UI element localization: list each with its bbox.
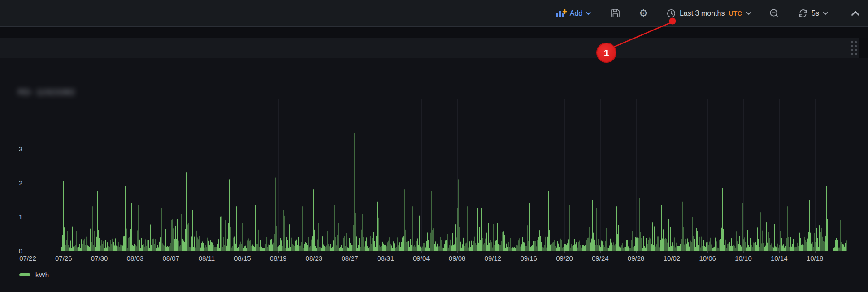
x-tick-mark — [529, 251, 529, 253]
time-range-picker[interactable]: Last 3 months UTC — [667, 9, 751, 18]
x-axis-tick-label: 08/07 — [162, 254, 179, 262]
x-axis-tick-label: 09/16 — [520, 254, 537, 262]
legend-item-kwh[interactable]: kWh — [19, 271, 49, 279]
x-gridline — [672, 99, 672, 251]
x-tick-mark — [779, 251, 780, 253]
x-tick-mark — [493, 251, 493, 253]
time-range-label: Last 3 months — [680, 9, 725, 17]
x-gridline — [564, 99, 565, 251]
x-axis-tick-label: 10/10 — [735, 254, 752, 262]
x-tick-mark — [636, 251, 637, 253]
x-tick-mark — [815, 251, 816, 253]
x-axis-tick-label: 08/03 — [127, 254, 144, 262]
x-axis-tick-label: 08/27 — [341, 254, 358, 262]
x-axis-tick-label: 07/22 — [19, 254, 36, 262]
x-tick-mark — [350, 251, 350, 253]
x-tick-mark — [743, 251, 744, 253]
save-dashboard-button[interactable] — [611, 9, 620, 18]
panel-drag-handle-icon[interactable] — [851, 41, 857, 55]
panel-header-row — [0, 38, 859, 58]
magnifier-minus-icon — [769, 9, 779, 18]
x-tick-mark — [28, 251, 28, 253]
x-gridline — [100, 99, 100, 251]
x-gridline — [779, 99, 780, 251]
collapse-toolbar-button[interactable] — [851, 10, 860, 16]
add-button-label: Add — [570, 9, 582, 17]
x-tick-mark — [64, 251, 64, 253]
x-tick-mark — [457, 251, 458, 253]
gear-icon: ⚙ — [639, 9, 648, 18]
x-tick-mark — [707, 251, 708, 253]
dashboard-toolbar: Add ⚙ Last 3 months UTC — [0, 0, 868, 27]
x-gridline — [529, 99, 529, 251]
x-gridline — [743, 99, 744, 251]
timeseries-panel: RD- 11923382 012307/2207/2607/3008/0308/… — [0, 58, 868, 292]
dashboard-settings-button[interactable]: ⚙ — [639, 9, 648, 18]
x-tick-mark — [421, 251, 422, 253]
x-gridline — [636, 99, 637, 251]
x-gridline — [278, 99, 279, 251]
x-gridline — [386, 99, 386, 251]
y-axis-tick-label: 3 — [0, 145, 22, 153]
chevron-down-icon — [746, 12, 751, 15]
grafana-dashboard: Add ⚙ Last 3 months UTC — [0, 0, 868, 292]
dashboard-background-gap — [0, 28, 868, 38]
x-tick-mark — [564, 251, 565, 253]
y-axis-tick-label: 1 — [0, 213, 22, 221]
x-gridline — [457, 99, 458, 251]
y-gridline — [26, 149, 857, 149]
x-gridline — [493, 99, 493, 251]
x-axis-tick-label: 10/02 — [664, 254, 681, 262]
annotation-badge-1: 1 — [596, 43, 616, 63]
x-gridline — [171, 99, 171, 251]
x-gridline — [350, 99, 350, 251]
x-axis-tick-label: 10/06 — [699, 254, 716, 262]
refresh-icon — [798, 9, 808, 18]
x-axis-tick-label: 09/08 — [449, 254, 466, 262]
annotation-badge-number: 1 — [604, 47, 609, 58]
x-axis-tick-label: 09/28 — [628, 254, 645, 262]
x-axis-tick-label: 09/12 — [485, 254, 502, 262]
x-axis-tick-label: 07/26 — [55, 254, 72, 262]
toolbar-divider — [840, 6, 840, 21]
chevron-down-icon — [586, 12, 591, 15]
x-tick-mark — [600, 251, 601, 253]
x-axis-tick-label: 08/31 — [377, 254, 394, 262]
x-gridline — [243, 99, 243, 251]
y-axis-tick-label: 0 — [0, 247, 22, 255]
x-axis-tick-label: 09/20 — [556, 254, 573, 262]
x-gridline — [64, 99, 64, 251]
legend-color-swatch — [19, 273, 30, 276]
refresh-button[interactable]: 5s — [798, 9, 828, 18]
x-gridline — [815, 99, 816, 251]
y-gridline — [26, 183, 857, 183]
x-tick-mark — [278, 251, 279, 253]
add-button[interactable]: Add — [556, 9, 591, 17]
x-gridline — [207, 99, 207, 251]
timezone-label: UTC — [729, 10, 742, 17]
x-tick-mark — [314, 251, 314, 253]
x-tick-mark — [135, 251, 135, 253]
x-axis-tick-label: 08/15 — [234, 254, 251, 262]
x-axis-tick-label: 09/24 — [592, 254, 609, 262]
refresh-interval-label: 5s — [812, 9, 819, 17]
kwh-bars-canvas — [26, 96, 857, 251]
x-gridline — [600, 99, 601, 251]
x-axis-tick-label: 09/04 — [413, 254, 430, 262]
x-tick-mark — [672, 251, 672, 253]
y-axis-tick-label: 2 — [0, 179, 22, 187]
x-tick-mark — [207, 251, 207, 253]
x-gridline — [28, 99, 28, 251]
x-axis-tick-label: 08/11 — [199, 254, 215, 262]
x-gridline — [135, 99, 135, 251]
x-axis-tick-label: 08/23 — [306, 254, 323, 262]
x-tick-mark — [100, 251, 100, 253]
chevron-down-icon — [823, 12, 828, 15]
zoom-out-time-button[interactable] — [769, 9, 779, 18]
x-axis-tick-label: 08/19 — [270, 254, 287, 262]
x-gridline — [421, 99, 422, 251]
x-axis-tick-label: 07/30 — [91, 254, 108, 262]
kwh-chart-plot[interactable]: 012307/2207/2607/3008/0308/0708/1108/150… — [0, 58, 868, 292]
x-tick-mark — [171, 251, 171, 253]
add-panel-icon — [556, 9, 567, 17]
